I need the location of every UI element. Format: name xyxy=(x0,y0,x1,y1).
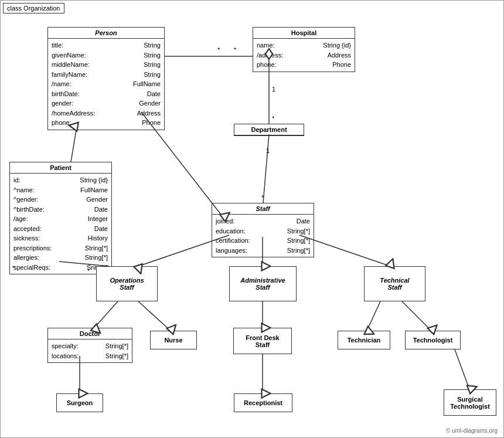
class-hospital: Hospital name:String {id} /address:Addre… xyxy=(253,27,355,72)
class-patient-attrs: id:String {id} ^name:FullName ^gender:Ge… xyxy=(10,174,111,274)
administrative-staff-label: AdministrativeStaff xyxy=(236,274,290,293)
class-doctor-name: Doctor xyxy=(48,328,132,339)
class-hospital-attrs: name:String {id} /address:Address phone:… xyxy=(253,39,355,72)
class-person: Person title:String givenName:String mid… xyxy=(47,27,165,130)
diagram-title: class Organization xyxy=(3,3,64,13)
class-staff-attrs: joined:Date education:String[*] certific… xyxy=(212,215,314,257)
surgeon-label: Surgeon xyxy=(62,397,98,409)
svg-line-8 xyxy=(263,134,269,203)
receptionist-label: Receptionist xyxy=(239,397,287,409)
svg-line-19 xyxy=(94,301,118,328)
class-department-name: Department xyxy=(234,124,304,135)
class-surgical-technologist: SurgicalTechnologist xyxy=(444,389,496,416)
class-hospital-name: Hospital xyxy=(253,28,355,39)
class-person-attrs: title:String givenName:String middleName… xyxy=(48,39,164,130)
class-doctor: Doctor specialty:String[*] locations:Str… xyxy=(47,328,132,363)
class-technologist: Technologist xyxy=(405,331,461,349)
svg-line-22 xyxy=(367,301,380,331)
svg-line-26 xyxy=(455,349,469,389)
class-operations-staff: OperationsStaff xyxy=(96,266,158,301)
technical-staff-label: TechnicalStaff xyxy=(375,274,414,293)
svg-text:1: 1 xyxy=(272,86,275,93)
class-department: Department xyxy=(234,124,304,136)
class-staff-name: Staff xyxy=(212,203,314,215)
front-desk-staff-label: Front DeskStaff xyxy=(241,332,284,351)
svg-line-23 xyxy=(402,301,431,331)
svg-text:*: * xyxy=(261,194,264,201)
technician-label: Technician xyxy=(343,334,386,346)
svg-line-11 xyxy=(71,127,77,162)
class-front-desk-staff: Front DeskStaff xyxy=(233,328,292,354)
svg-text:*: * xyxy=(272,115,275,122)
class-receptionist: Receptionist xyxy=(234,393,292,412)
class-surgeon: Surgeon xyxy=(56,393,103,412)
nurse-label: Nurse xyxy=(159,334,187,346)
diagram-container: class Organization Person title:String g… xyxy=(0,0,504,438)
class-technician: Technician xyxy=(338,331,390,349)
class-staff: Staff joined:Date education:String[*] ce… xyxy=(212,203,314,257)
copyright-text: © uml-diagrams.org xyxy=(446,427,498,434)
class-patient: Patient id:String {id} ^name:FullName ^g… xyxy=(9,162,112,274)
svg-text:*: * xyxy=(234,46,237,53)
class-nurse: Nurse xyxy=(150,331,197,349)
svg-text:*: * xyxy=(217,46,220,53)
class-person-name: Person xyxy=(48,28,164,39)
class-doctor-attrs: specialty:String[*] locations:String[*] xyxy=(48,339,132,362)
operations-staff-label: OperationsStaff xyxy=(105,274,148,293)
svg-line-20 xyxy=(138,301,171,331)
surgical-technologist-label: SurgicalTechnologist xyxy=(445,393,495,412)
class-technical-staff: TechnicalStaff xyxy=(364,266,425,301)
class-administrative-staff: AdministrativeStaff xyxy=(229,266,297,301)
svg-text:1: 1 xyxy=(266,147,270,154)
technologist-label: Technologist xyxy=(408,334,458,346)
class-patient-name: Patient xyxy=(10,162,111,174)
